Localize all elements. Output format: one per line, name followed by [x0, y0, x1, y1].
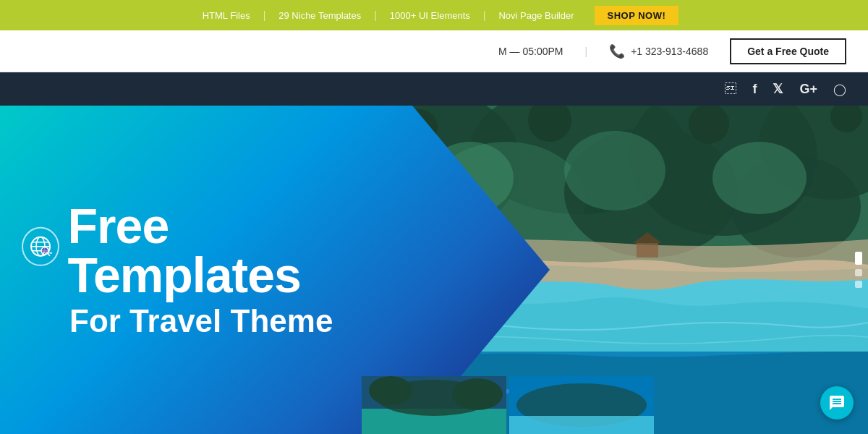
banner-item-builder: Novi Page Builder — [485, 10, 587, 21]
phone-number: +1 323-913-4688 — [631, 46, 708, 57]
svg-point-32 — [369, 376, 412, 405]
hero-section: www Free Templates For Travel Theme — [0, 106, 868, 434]
thumbnail-2[interactable] — [509, 376, 654, 434]
phone-icon: 📞 — [609, 43, 625, 59]
svg-point-11 — [712, 142, 807, 214]
svg-point-10 — [564, 131, 665, 210]
business-hours: M — 05:00PM — [498, 46, 563, 57]
banner-item-ui: 1000+ UI Elements — [377, 10, 483, 21]
indicator-1[interactable] — [855, 252, 862, 265]
google-plus-icon[interactable]: G+ — [799, 82, 817, 97]
facebook-icon[interactable]:  — [725, 82, 736, 95]
bottom-thumbnails — [362, 376, 654, 434]
hero-title-theme-wrapper: For Travel Theme — [22, 304, 398, 339]
hero-title-line1: www Free Templates — [22, 201, 398, 299]
shop-now-button[interactable]: SHOP NOW! — [595, 6, 679, 25]
chat-button[interactable] — [820, 386, 854, 420]
top-banner: HTML Files | 29 Niche Templates | 1000+ … — [0, 0, 868, 30]
header-bar: M — 05:00PM | 📞 +1 323-913-4688 Get a Fr… — [0, 30, 868, 72]
banner-item-html: HTML Files — [190, 10, 263, 21]
header-sep: | — [585, 46, 588, 57]
svg-point-33 — [452, 378, 503, 410]
hero-content: www Free Templates For Travel Theme — [22, 201, 398, 339]
banner-item-templates: 29 Niche Templates — [265, 10, 374, 21]
hero-title-free: Free Templates — [68, 201, 398, 299]
quote-button[interactable]: Get a Free Quote — [730, 38, 846, 64]
indicator-2[interactable] — [855, 269, 862, 276]
svg-text:www: www — [42, 250, 52, 255]
banner-items: HTML Files | 29 Niche Templates | 1000+ … — [190, 6, 679, 25]
facebook-icon[interactable]: f — [752, 82, 757, 97]
instagram-icon[interactable]: ◯ — [833, 82, 846, 96]
side-indicators — [855, 252, 862, 288]
hero-title-theme: For Travel Theme — [69, 303, 333, 339]
social-bar:  f 𝕏 G+ ◯ — [0, 72, 868, 106]
globe-icon: www — [22, 227, 59, 266]
twitter-icon[interactable]: 𝕏 — [773, 81, 783, 97]
thumbnail-1[interactable] — [362, 376, 506, 434]
indicator-3[interactable] — [855, 281, 862, 288]
svg-rect-36 — [509, 416, 654, 434]
svg-rect-19 — [637, 243, 658, 258]
phone-section: 📞 +1 323-913-4688 — [609, 43, 708, 59]
